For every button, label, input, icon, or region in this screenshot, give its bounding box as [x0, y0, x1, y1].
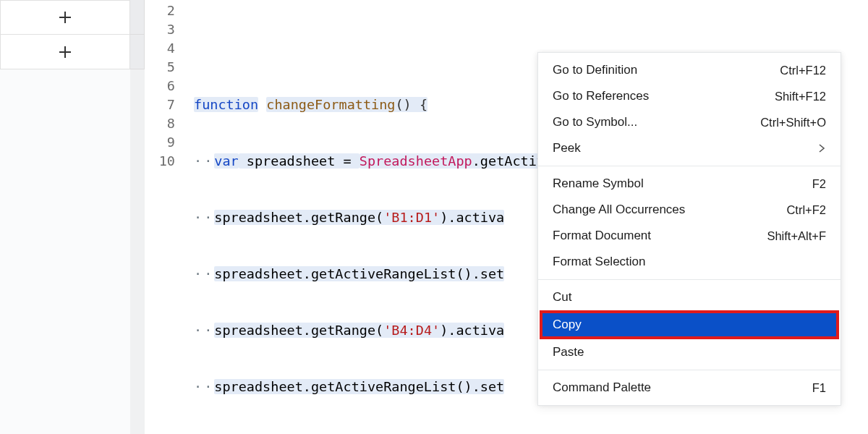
menu-item-shortcut: F2	[812, 177, 826, 191]
menu-item-label: Format Document	[553, 229, 651, 243]
menu-rename-symbol[interactable]: Rename SymbolF2	[538, 171, 841, 197]
plus-icon	[56, 43, 74, 61]
collapse-gutter	[130, 0, 145, 434]
menu-cut[interactable]: Cut	[538, 284, 841, 310]
menu-item-label: Command Palette	[553, 380, 651, 395]
add-row-button[interactable]	[0, 35, 130, 69]
chevron-right-icon	[817, 144, 826, 153]
menu-item-label: Paste	[553, 345, 584, 359]
menu-item-shortcut: F1	[812, 381, 826, 395]
line-number: 9	[145, 133, 188, 152]
menu-item-label: Go to Definition	[553, 63, 637, 77]
menu-item-label: Peek	[553, 141, 581, 156]
menu-separator	[538, 370, 841, 370]
menu-item-label: Format Selection	[553, 255, 646, 269]
menu-item-label: Change All Occurrences	[553, 203, 685, 217]
menu-peek[interactable]: Peek	[538, 135, 841, 161]
menu-separator	[538, 279, 841, 280]
menu-item-label: Go to Symbol...	[553, 115, 637, 129]
plus-icon	[56, 9, 74, 26]
line-number: 6	[145, 77, 188, 95]
menu-go-to-references[interactable]: Go to ReferencesShift+F12	[538, 83, 841, 109]
menu-go-to-symbol[interactable]: Go to Symbol...Ctrl+Shift+O	[538, 109, 841, 135]
menu-item-shortcut: Ctrl+Shift+O	[760, 116, 826, 129]
add-row-button[interactable]	[0, 0, 130, 35]
menu-item-label: Cut	[553, 290, 571, 305]
line-number: 4	[145, 39, 188, 58]
menu-item-shortcut: Ctrl+F2	[786, 203, 826, 217]
menu-copy[interactable]: Copy	[541, 312, 838, 338]
menu-format-document[interactable]: Format DocumentShift+Alt+F	[538, 223, 841, 249]
menu-item-shortcut: Ctrl+F12	[780, 64, 826, 77]
line-number: 7	[145, 95, 188, 114]
menu-command-palette[interactable]: Command PaletteF1	[538, 375, 841, 401]
menu-item-shortcut: Shift+F12	[775, 90, 826, 103]
menu-item-label: Copy	[553, 318, 582, 332]
menu-change-all-occurrences[interactable]: Change All OccurrencesCtrl+F2	[538, 197, 841, 223]
context-menu: Go to DefinitionCtrl+F12Go to References…	[537, 52, 841, 406]
menu-paste[interactable]: Paste	[538, 339, 841, 365]
line-number: 2	[145, 1, 188, 20]
menu-separator	[538, 166, 841, 166]
line-number: 8	[145, 114, 188, 133]
menu-item-shortcut: Shift+Alt+F	[767, 229, 826, 243]
line-number: 10	[145, 152, 188, 171]
menu-go-to-definition[interactable]: Go to DefinitionCtrl+F12	[538, 57, 841, 83]
line-number: 3	[145, 20, 188, 39]
menu-item-label: Go to References	[553, 89, 649, 103]
menu-item-label: Rename Symbol	[553, 176, 644, 191]
line-number-gutter: 2345678910	[145, 0, 188, 171]
menu-format-selection[interactable]: Format Selection	[538, 249, 841, 275]
line-number: 5	[145, 58, 188, 77]
left-panel	[0, 0, 130, 69]
